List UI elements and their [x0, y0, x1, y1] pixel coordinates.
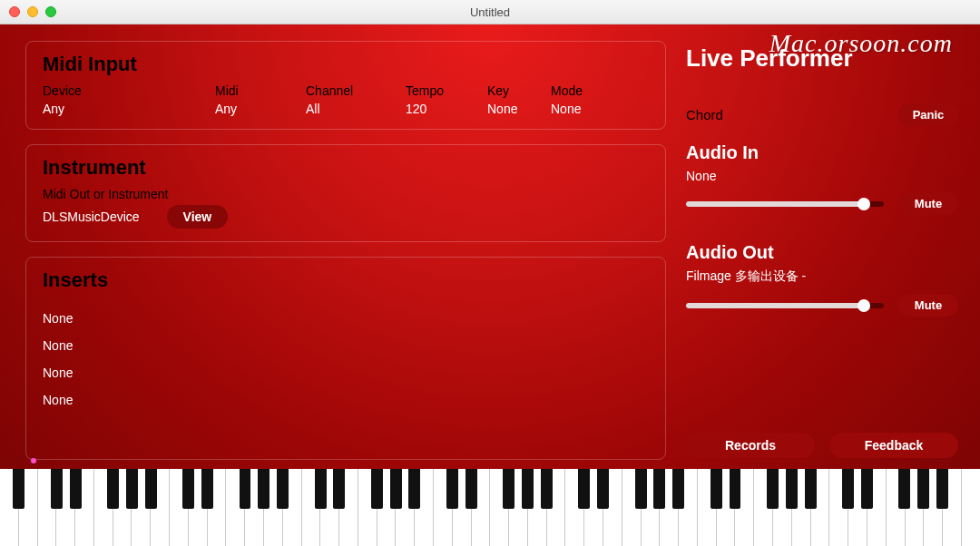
audio-out-title: Audio Out: [686, 242, 958, 263]
audio-in-value[interactable]: None: [686, 169, 958, 183]
black-key[interactable]: [182, 469, 194, 509]
piano-keyboard[interactable]: [0, 469, 980, 546]
black-key[interactable]: [805, 469, 817, 509]
black-key[interactable]: [126, 469, 138, 509]
inserts-panel: Inserts None None None None: [25, 257, 666, 460]
midi-grid: Device Midi Channel Tempo Key Mode Any A…: [43, 83, 649, 116]
black-key[interactable]: [51, 469, 63, 509]
insert-slot[interactable]: None: [43, 332, 649, 359]
black-key[interactable]: [258, 469, 270, 509]
midi-val-mode[interactable]: None: [551, 102, 623, 116]
insert-slot[interactable]: None: [43, 359, 649, 386]
audio-in-slider[interactable]: [686, 201, 884, 207]
black-key[interactable]: [842, 469, 854, 509]
black-key[interactable]: [107, 469, 119, 509]
records-button[interactable]: Records: [686, 433, 815, 458]
audio-out-value[interactable]: Filmage 多输出设备 -: [686, 268, 958, 285]
black-key[interactable]: [446, 469, 458, 509]
black-key[interactable]: [730, 469, 741, 509]
midi-hdr-channel: Channel: [306, 83, 406, 98]
black-key[interactable]: [333, 469, 345, 509]
black-key[interactable]: [315, 469, 327, 509]
black-key[interactable]: [672, 469, 684, 509]
midi-val-midi[interactable]: Any: [215, 102, 306, 116]
audio-in-mute-button[interactable]: Mute: [898, 192, 958, 215]
black-key[interactable]: [70, 469, 82, 509]
black-key[interactable]: [503, 469, 514, 509]
black-key[interactable]: [408, 469, 420, 509]
midi-val-channel[interactable]: All: [306, 102, 406, 116]
midi-hdr-tempo: Tempo: [406, 83, 487, 98]
midi-val-key[interactable]: None: [487, 102, 551, 116]
feedback-button[interactable]: Feedback: [829, 433, 958, 458]
black-key[interactable]: [522, 469, 534, 509]
black-key[interactable]: [767, 469, 779, 509]
midi-val-tempo[interactable]: 120: [406, 102, 487, 116]
midi-val-device[interactable]: Any: [43, 102, 215, 116]
titlebar: Untitled: [0, 0, 980, 24]
black-key[interactable]: [390, 469, 402, 509]
midi-input-panel: Midi Input Device Midi Channel Tempo Key…: [25, 41, 666, 130]
black-key[interactable]: [597, 469, 609, 509]
view-button[interactable]: View: [167, 205, 229, 229]
midi-section-title: Midi Input: [43, 53, 649, 76]
black-key[interactable]: [786, 469, 798, 509]
audio-in-title: Audio In: [686, 142, 958, 163]
instrument-label: Midi Out or Instrument: [43, 187, 649, 201]
black-key[interactable]: [541, 469, 553, 509]
black-key[interactable]: [635, 469, 647, 509]
midi-hdr-midi: Midi: [215, 83, 306, 98]
right-column: Live Performer Chord Panic Audio In None…: [686, 41, 958, 460]
insert-slot[interactable]: None: [43, 386, 649, 414]
black-key[interactable]: [710, 469, 722, 509]
black-key[interactable]: [13, 469, 24, 509]
black-key[interactable]: [898, 469, 910, 509]
page-indicator-dot[interactable]: [31, 458, 36, 463]
black-key[interactable]: [653, 469, 665, 509]
black-key[interactable]: [466, 469, 477, 509]
black-key[interactable]: [240, 469, 251, 509]
black-key[interactable]: [578, 469, 590, 509]
midi-hdr-mode: Mode: [551, 83, 623, 98]
panic-button[interactable]: Panic: [898, 103, 958, 126]
live-performer-title: Live Performer: [686, 44, 958, 73]
black-key[interactable]: [861, 469, 873, 509]
inserts-section-title: Inserts: [43, 268, 649, 292]
audio-out-mute-button[interactable]: Mute: [898, 294, 958, 317]
midi-hdr-device: Device: [43, 83, 215, 98]
audio-out-slider[interactable]: [686, 303, 884, 308]
main-content: Midi Input Device Midi Channel Tempo Key…: [0, 24, 980, 469]
insert-slot[interactable]: None: [43, 305, 649, 332]
window-title: Untitled: [0, 5, 980, 19]
black-key[interactable]: [201, 469, 213, 509]
left-column: Midi Input Device Midi Channel Tempo Key…: [25, 41, 666, 460]
black-key[interactable]: [371, 469, 383, 509]
black-key[interactable]: [936, 469, 948, 509]
midi-hdr-key: Key: [487, 83, 551, 98]
instrument-section-title: Instrument: [43, 156, 649, 180]
black-key[interactable]: [277, 469, 289, 509]
chord-label: Chord: [686, 107, 723, 122]
black-key[interactable]: [917, 469, 929, 509]
black-key[interactable]: [145, 469, 157, 509]
instrument-value[interactable]: DLSMusicDevice: [43, 210, 140, 224]
instrument-panel: Instrument Midi Out or Instrument DLSMus…: [25, 144, 666, 242]
